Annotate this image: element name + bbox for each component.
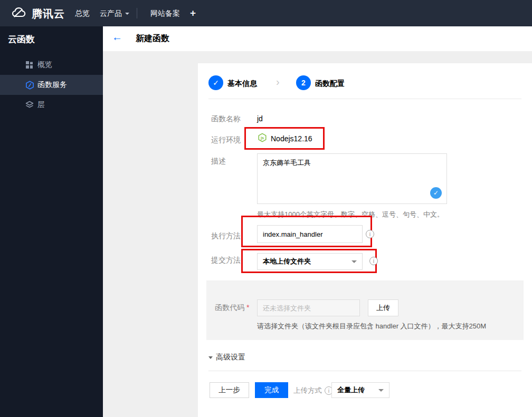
handler-label: 执行方法 [211, 231, 241, 241]
submit-method-value: 本地上传文件夹 [263, 257, 311, 266]
sidebar-item-label: 层 [37, 100, 45, 110]
tencent-cloud-logo[interactable]: 腾讯云 [10, 6, 65, 21]
function-code-section: 函数代码 * 上传 请选择文件夹（该文件夹根目录应包含 handler 入口文件… [206, 280, 524, 340]
page-header: ← 新建函数 [103, 26, 532, 51]
description-label: 描述 [211, 157, 226, 166]
sidebar: 云函数 概览 函数服务 [0, 26, 103, 417]
step2-label: 函数配置 [315, 79, 345, 89]
page-title: 新建函数 [136, 33, 169, 44]
collapse-triangle-icon [208, 356, 213, 359]
required-asterisk: * [246, 303, 249, 312]
function-name-value: jd [257, 114, 263, 123]
sidebar-item-label: 函数服务 [37, 80, 67, 90]
nodejs-icon: js [258, 133, 267, 144]
upload-button[interactable]: 上传 [368, 299, 398, 316]
step2-number-circle: 2 [296, 75, 311, 90]
upload-mode-label-wrap: 上传方式 i [293, 386, 333, 395]
upload-mode-value: 全量上传 [337, 385, 365, 395]
handler-input[interactable] [257, 225, 363, 243]
runtime-value: Nodejs12.16 [271, 134, 312, 143]
steps-divider [208, 99, 521, 99]
step1-check-circle-icon: ✓ [208, 75, 223, 90]
nav-item-website-record[interactable]: 网站备案 [150, 0, 180, 26]
sidebar-item-label: 概览 [37, 60, 52, 70]
handler-info-icon[interactable]: i [366, 230, 374, 238]
function-code-label: 函数代码 * [215, 303, 249, 313]
create-function-card: ✓ 基本信息 › 2 函数配置 函数名称 jd 运行环境 js Nodejs12… [198, 63, 532, 417]
chevron-down-icon [125, 13, 129, 15]
step1-label: 基本信息 [227, 79, 257, 89]
svg-text:js: js [260, 135, 264, 140]
folder-path-input[interactable] [257, 299, 360, 316]
advanced-settings-label: 高级设置 [216, 353, 245, 362]
function-name-label: 函数名称 [211, 114, 241, 124]
runtime-label: 运行环境 [211, 135, 241, 145]
function-code-helper-text: 请选择文件夹（该文件夹根目录应包含 handler 入口文件），最大支持250M [257, 322, 486, 331]
step-chevron-icon: › [276, 76, 280, 88]
footer-divider [208, 371, 521, 371]
top-navbar: 腾讯云 总览 云产品 网站备案 + [0, 0, 532, 26]
description-field-wrap: 京东薅羊毛工具 ✓ [257, 153, 447, 204]
description-textarea[interactable]: 京东薅羊毛工具 [258, 154, 446, 203]
layers-icon [25, 101, 34, 109]
dropdown-caret-icon [352, 260, 357, 263]
submit-method-info-icon[interactable]: i [369, 257, 378, 265]
overview-grid-icon [25, 61, 34, 69]
sidebar-item-overview[interactable]: 概览 [0, 55, 103, 75]
finish-button[interactable]: 完成 [255, 382, 288, 398]
advanced-settings-toggle[interactable]: 高级设置 [208, 353, 245, 362]
sidebar-item-layers[interactable]: 层 [0, 95, 103, 115]
sidebar-title: 云函数 [8, 33, 35, 45]
prev-step-button[interactable]: 上一步 [210, 382, 249, 398]
description-valid-check-icon: ✓ [430, 187, 442, 199]
upload-mode-select[interactable]: 全量上传 [331, 382, 390, 398]
nav-item-overview[interactable]: 总览 [75, 0, 90, 26]
brand-name: 腾讯云 [32, 7, 65, 21]
nav-add-tab-button[interactable]: + [190, 0, 196, 26]
sidebar-item-function-service[interactable]: 函数服务 [0, 75, 103, 95]
nav-item-cloud-products[interactable]: 云产品 [100, 0, 129, 26]
nav-divider [137, 8, 137, 18]
upload-mode-label: 上传方式 [293, 386, 322, 395]
back-arrow-icon[interactable]: ← [112, 31, 122, 43]
submit-method-label: 提交方法 [211, 256, 241, 265]
submit-method-select[interactable]: 本地上传文件夹 [257, 253, 363, 270]
cloud-logo-icon [10, 6, 27, 21]
dropdown-caret-icon [378, 389, 384, 392]
function-hexagon-icon [25, 81, 34, 89]
annotation-box-runtime: js Nodejs12.16 [244, 127, 325, 150]
